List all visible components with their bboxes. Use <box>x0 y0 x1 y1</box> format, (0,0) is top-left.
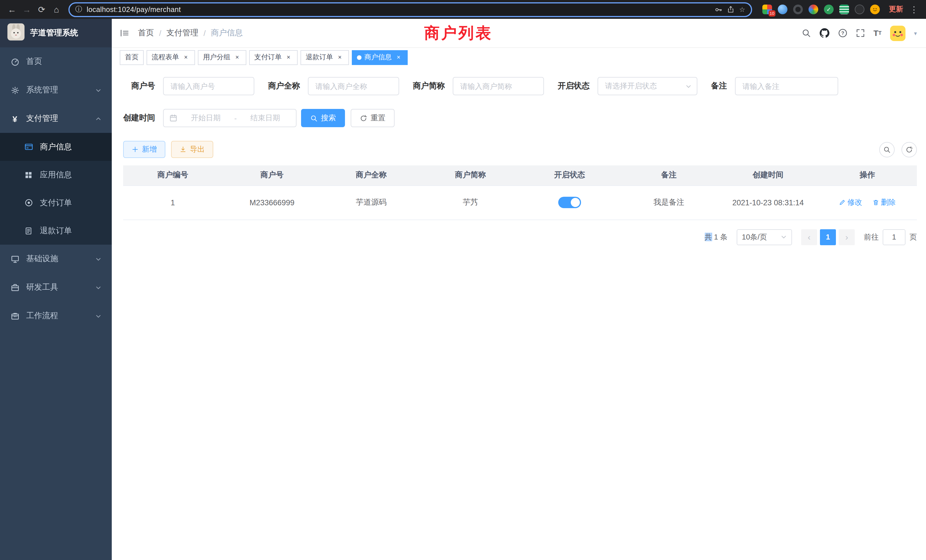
home-icon[interactable]: ⌂ <box>49 2 64 17</box>
col-actions: 操作 <box>818 165 917 185</box>
monitor-icon <box>10 254 20 263</box>
toggle-search-icon[interactable] <box>879 142 895 157</box>
github-icon[interactable] <box>819 28 830 38</box>
site-info-icon[interactable]: ⓘ <box>75 5 82 14</box>
reload-icon[interactable]: ⟳ <box>34 2 49 17</box>
extension-puzzle-icon[interactable]: 10 <box>763 5 772 14</box>
tab-label: 退款订单 <box>306 53 333 62</box>
sidebar-item-app-info[interactable]: 应用信息 <box>0 161 112 189</box>
app-title: 芋道管理系统 <box>30 28 78 38</box>
col-create-time: 创建时间 <box>719 165 818 185</box>
merchant-no-input[interactable] <box>163 77 254 95</box>
tab-merchant-info[interactable]: 商户信息 × <box>352 50 408 65</box>
active-tab-dot <box>357 55 362 60</box>
remark-input[interactable] <box>735 77 838 95</box>
col-merchant-no: 商户号 <box>222 165 322 185</box>
tab-user-group[interactable]: 用户分组 × <box>198 50 246 65</box>
bookmark-star-icon[interactable]: ☆ <box>739 5 745 14</box>
back-icon[interactable]: ← <box>5 2 20 17</box>
forward-icon[interactable]: → <box>20 2 34 17</box>
extension-color-icon[interactable] <box>808 5 818 14</box>
tab-close-icon[interactable]: × <box>284 53 292 61</box>
extension-dark-icon[interactable] <box>793 5 803 14</box>
tab-label: 商户信息 <box>365 53 392 62</box>
help-icon[interactable]: ? <box>838 29 847 38</box>
status-toggle[interactable] <box>558 197 581 208</box>
edit-link[interactable]: 修改 <box>839 197 862 207</box>
tab-process-form[interactable]: 流程表单 × <box>147 50 195 65</box>
table-row: 1 M233666999 芋道源码 芋艿 我是备注 2021-10-23 08:… <box>123 185 917 219</box>
extension-face-icon[interactable] <box>870 5 880 14</box>
tab-close-icon[interactable]: × <box>395 53 402 61</box>
extension-notes-icon[interactable] <box>839 5 849 14</box>
font-size-icon[interactable]: TT <box>873 29 882 38</box>
extension-drop-icon[interactable] <box>778 5 787 14</box>
prev-page-button[interactable]: ‹ <box>801 229 817 245</box>
status-select[interactable]: 请选择开启状态 <box>598 77 698 95</box>
breadcrumb: 首页 / 支付管理 / 商户信息 <box>138 28 243 38</box>
app-logo[interactable]: 芋道管理系统 <box>0 19 112 47</box>
chevron-down-icon <box>95 313 101 319</box>
export-button[interactable]: 导出 <box>171 141 213 158</box>
briefcase-icon <box>10 283 20 292</box>
add-button-label: 新增 <box>142 144 157 154</box>
refresh-icon[interactable] <box>902 142 917 157</box>
short-name-input[interactable] <box>453 77 544 95</box>
browser-menu-icon[interactable]: ⋮ <box>906 2 921 17</box>
search-icon[interactable] <box>802 29 811 38</box>
toolbar-right <box>879 142 917 157</box>
search-button[interactable]: 搜索 <box>301 109 345 127</box>
share-icon[interactable] <box>727 6 734 13</box>
sidebar-item-merchant-info[interactable]: 商户信息 <box>0 133 112 161</box>
tab-refund-order[interactable]: 退款订单 × <box>301 50 349 65</box>
sidebar-item-workflow[interactable]: 工作流程 <box>0 302 112 330</box>
goto-page-input[interactable] <box>883 229 905 245</box>
chevron-down-icon <box>685 83 691 89</box>
extension-check-icon[interactable]: ✓ <box>824 5 834 14</box>
sidebar-item-pay-order[interactable]: 支付订单 <box>0 189 112 217</box>
sidebar-item-system[interactable]: 系统管理 <box>0 76 112 104</box>
fullscreen-icon[interactable] <box>856 29 865 38</box>
date-range-picker[interactable]: 开始日期 - 结束日期 <box>163 109 297 127</box>
sidebar-item-infrastructure[interactable]: 基础设施 <box>0 245 112 273</box>
url-bar[interactable]: ⓘ localhost:1024/pay/merchant ☆ <box>68 2 752 17</box>
tabs-bar: 首页 流程表单 × 用户分组 × 支付订单 × 退款订单 × <box>112 47 926 67</box>
reset-button[interactable]: 重置 <box>351 109 395 127</box>
sidebar-item-dev-tools[interactable]: 研发工具 <box>0 273 112 302</box>
extension-knot-icon[interactable] <box>855 5 864 14</box>
tab-pay-order[interactable]: 支付订单 × <box>249 50 298 65</box>
col-remark: 备注 <box>619 165 719 185</box>
tab-home[interactable]: 首页 <box>120 50 144 65</box>
merchant-table: 商户编号 商户号 商户全称 商户简称 开启状态 备注 创建时间 操作 1 <box>123 165 917 220</box>
page-content: 商户号 商户全称 商户简称 开启状态 请选择开启状态 <box>112 67 926 560</box>
cell-create-time: 2021-10-23 08:31:14 <box>719 185 818 219</box>
sidebar-item-payment[interactable]: ¥ 支付管理 <box>0 104 112 133</box>
add-button[interactable]: 新增 <box>123 141 165 158</box>
main-panel: 首页 / 支付管理 / 商户信息 商户列表 ? <box>112 19 926 560</box>
page-size-select[interactable]: 10条/页 <box>737 229 792 245</box>
tab-close-icon[interactable]: × <box>233 53 241 61</box>
password-key-icon[interactable] <box>714 5 722 14</box>
user-avatar[interactable] <box>890 26 905 41</box>
tab-close-icon[interactable]: × <box>182 53 190 61</box>
top-navbar: 首页 / 支付管理 / 商户信息 商户列表 ? <box>112 19 926 47</box>
edit-link-label: 修改 <box>847 197 862 207</box>
cell-status <box>520 185 619 219</box>
hamburger-icon[interactable] <box>120 29 129 38</box>
cell-full-name: 芋道源码 <box>322 185 421 219</box>
browser-update-button[interactable]: 更新 <box>889 5 903 14</box>
next-page-button[interactable]: › <box>839 229 855 245</box>
gear-icon <box>10 86 20 94</box>
breadcrumb-home[interactable]: 首页 <box>138 28 154 38</box>
avatar-caret-icon[interactable]: ▾ <box>914 30 917 36</box>
delete-link[interactable]: 删除 <box>872 197 896 207</box>
sidebar-item-refund-order[interactable]: 退款订单 <box>0 217 112 245</box>
sidebar-item-home[interactable]: 首页 <box>0 47 112 76</box>
full-name-input[interactable] <box>308 77 399 95</box>
pagination-total: 共 1 条 <box>705 232 728 242</box>
pagination-total-unit: 条 <box>720 232 728 241</box>
sidebar-item-label: 基础设施 <box>26 254 58 264</box>
breadcrumb-payment[interactable]: 支付管理 <box>166 28 198 38</box>
tab-close-icon[interactable]: × <box>336 53 344 61</box>
page-1-button[interactable]: 1 <box>820 229 836 245</box>
